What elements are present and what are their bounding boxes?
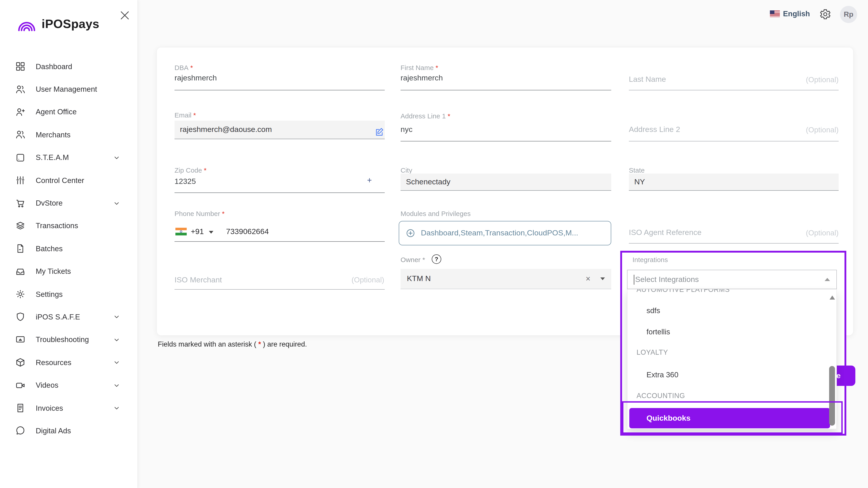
integration-option-sdfs[interactable]: sdfs — [647, 306, 660, 315]
sidebar-item-control-center[interactable]: Control Center — [0, 169, 137, 192]
phone-country-code[interactable]: +91 — [191, 227, 204, 236]
app-root: iPOSpays Dashboard User Management Agent… — [0, 0, 868, 488]
settings-gear-icon[interactable] — [819, 8, 831, 20]
brand: iPOSpays — [16, 13, 99, 34]
scroll-down-icon[interactable] — [830, 421, 835, 425]
sidebar-item-dashboard[interactable]: Dashboard — [0, 55, 137, 78]
sidebar-item-label: Agent Office — [36, 108, 76, 116]
sidebar-item-label: User Management — [36, 85, 97, 94]
sidebar-item-merchants[interactable]: Merchants — [0, 123, 137, 146]
address2-optional: (Optional) — [771, 126, 839, 134]
owner-caret-icon[interactable] — [600, 278, 605, 280]
sidebar-item-ipos-safe[interactable]: iPOS S.A.F.E — [0, 306, 137, 328]
sidebar-item-settings[interactable]: Settings — [0, 283, 137, 306]
shield-icon — [15, 312, 26, 322]
plus-circle-icon — [405, 228, 415, 238]
sidebar-item-label: Resources — [36, 358, 71, 367]
owner-select[interactable]: KTM N × — [401, 269, 611, 289]
scroll-up-icon[interactable] — [830, 295, 835, 300]
iso-merchant-optional: (Optional) — [316, 275, 384, 284]
video-camera-icon — [15, 380, 26, 391]
dashboard-grid-icon — [15, 61, 26, 72]
sidebar-item-agent-office[interactable]: Agent Office — [0, 101, 137, 124]
sidebar-item-resources[interactable]: Resources — [0, 351, 137, 374]
first-name-value[interactable]: rajeshmerch — [401, 74, 443, 83]
last-name-optional: (Optional) — [771, 75, 839, 84]
address1-underline — [401, 141, 611, 141]
sidebar-item-videos[interactable]: Videos — [0, 374, 137, 397]
layers-icon — [15, 221, 26, 231]
dba-value[interactable]: rajeshmerch — [175, 74, 217, 83]
zip-label: Zip Code* — [175, 166, 206, 174]
chevron-down-icon — [113, 154, 120, 161]
brand-name: iPOSpays — [41, 17, 99, 31]
chevron-down-icon — [113, 359, 120, 366]
first-name-label: First Name* — [401, 64, 438, 71]
zip-plus-icon[interactable]: + — [367, 176, 372, 185]
sidebar-item-label: Settings — [36, 290, 63, 298]
integration-option-extra360[interactable]: Extra 360 — [647, 370, 678, 379]
state-label: State — [629, 166, 645, 174]
address1-value[interactable]: nyc — [401, 125, 412, 134]
email-field[interactable]: rajeshmerch@daouse.com — [175, 121, 385, 139]
sidebar-item-label: DvStore — [36, 199, 63, 207]
phone-code-caret-icon[interactable] — [209, 231, 213, 234]
sidebar-close-icon[interactable] — [119, 10, 130, 21]
invoice-icon — [15, 402, 26, 414]
iso-agent-underline — [629, 243, 839, 243]
required-fields-note: Fields marked with an asterisk ( * ) are… — [158, 340, 307, 348]
sidebar-item-transactions[interactable]: Transactions — [0, 215, 137, 237]
integrations-search-input[interactable] — [634, 274, 825, 285]
dba-underline — [175, 90, 385, 90]
city-field[interactable]: Schenectady — [401, 173, 611, 191]
users-icon — [15, 84, 26, 95]
iso-agent-placeholder[interactable]: ISO Agent Reference — [629, 228, 702, 237]
sidebar-item-invoices[interactable]: Invoices — [0, 397, 137, 420]
cart-icon — [15, 198, 26, 208]
sidebar-item-troubleshooting[interactable]: Troubleshooting — [0, 328, 137, 351]
chevron-down-icon — [113, 382, 120, 389]
iso-agent-optional: (Optional) — [771, 229, 839, 237]
sidebar-item-label: My Tickets — [36, 267, 71, 275]
sidebar-item-dvstore[interactable]: DvStore — [0, 192, 137, 215]
sidebar-item-label: Batches — [36, 245, 63, 253]
sidebar-item-digital-ads[interactable]: Digital Ads — [0, 420, 137, 442]
avatar[interactable]: Rp — [840, 6, 857, 23]
address2-placeholder[interactable]: Address Line 2 — [629, 125, 680, 134]
merchants-icon — [15, 129, 26, 140]
last-name-placeholder[interactable]: Last Name — [629, 75, 666, 84]
phone-number-value[interactable]: 7339062664 — [226, 227, 269, 236]
sidebar-item-label: Invoices — [36, 404, 63, 412]
sidebar-item-label: iPOS S.A.F.E — [36, 313, 80, 321]
integration-option-quickbooks[interactable]: Quickbooks — [629, 408, 830, 428]
modules-privileges-box[interactable]: Dashboard,Steam,Transaction,CloudPOS,M..… — [399, 221, 611, 246]
dropdown-scrollbar[interactable] — [829, 291, 835, 427]
sidebar-item-label: S.T.E.A.M — [36, 153, 69, 162]
last-name-underline — [629, 90, 839, 90]
zip-value[interactable]: 12325 — [175, 177, 196, 186]
edit-email-icon[interactable] — [374, 127, 384, 137]
integrations-select[interactable] — [627, 270, 837, 289]
iso-merchant-placeholder[interactable]: ISO Merchant — [175, 275, 222, 285]
state-field[interactable]: NY — [629, 173, 839, 191]
integration-option-fortellis[interactable]: fortellis — [647, 328, 670, 336]
owner-help-icon[interactable]: ? — [432, 254, 441, 264]
scrollbar-thumb[interactable] — [829, 366, 835, 426]
sidebar-item-label: Dashboard — [36, 62, 72, 71]
sliders-icon — [15, 175, 26, 186]
sidebar-item-my-tickets[interactable]: My Tickets — [0, 260, 137, 283]
chevron-down-icon — [113, 336, 120, 344]
screen-share-icon — [15, 334, 26, 345]
inbox-icon — [15, 266, 26, 277]
integrations-collapse-icon[interactable] — [825, 278, 830, 281]
sidebar-item-label: Videos — [36, 381, 58, 390]
owner-clear-icon[interactable]: × — [586, 274, 590, 284]
chevron-down-icon — [113, 404, 120, 412]
ipospays-logo-icon — [16, 15, 37, 33]
sidebar-item-user-management[interactable]: User Management — [0, 78, 137, 101]
language-selector[interactable]: English — [783, 9, 810, 18]
india-flag-icon[interactable] — [176, 228, 187, 235]
integrations-label: Integrations — [632, 256, 668, 263]
sidebar-item-batches[interactable]: Batches — [0, 237, 137, 260]
sidebar-item-steam[interactable]: S.T.E.A.M — [0, 146, 137, 169]
